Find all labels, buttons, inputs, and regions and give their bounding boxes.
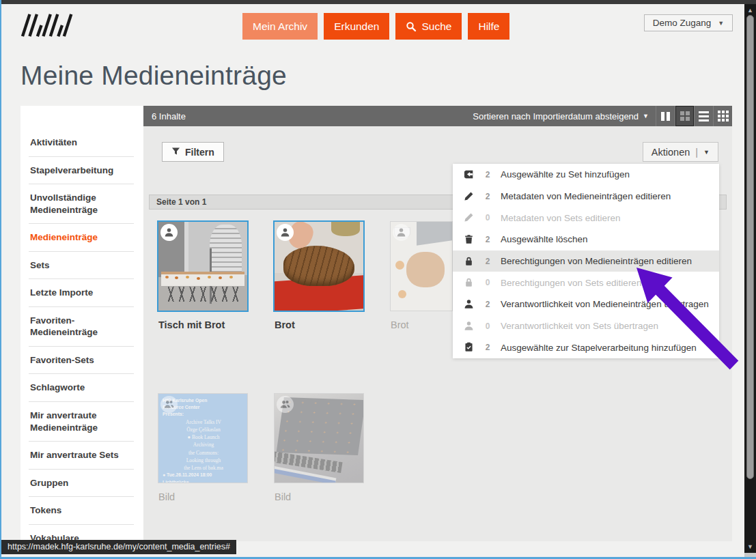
sidebar-item[interactable]: Schlagworte (29, 374, 134, 402)
menu-item[interactable]: 0 Verantwortlichkeit von Sets übertragen (453, 315, 719, 337)
media-entry-card: Brot (275, 222, 363, 330)
actions-dropdown-menu: 2 Ausgewählte zu Set hinzufügen 2 Metada… (453, 164, 719, 358)
menu-item-label: Berechtigungen von Sets editieren (501, 278, 641, 288)
lock-icon (464, 256, 476, 267)
menu-item-label: Ausgewählte zur Stapelverarbeitung hinzu… (501, 343, 697, 353)
poster-text-line: Lichtbrücke (163, 479, 244, 483)
scroll-up-icon[interactable]: ▲ (744, 5, 756, 15)
account-label: Demo Zugang (653, 18, 712, 28)
sidebar-item-label: Aktivitäten (30, 137, 77, 147)
poster-text-line: Özge Çelikaslan (163, 426, 244, 433)
chevron-down-icon: ▼ (643, 113, 649, 119)
sort-dropdown[interactable]: Sortieren nach Importierdatum absteigend… (473, 111, 649, 121)
sidebar-item[interactable]: Unvollständige Medieneinträge (29, 184, 134, 224)
selection-count: 2 (481, 343, 494, 352)
menu-item[interactable]: 0 Metadaten von Sets editieren (453, 207, 719, 229)
poster-text-line: Archiving (163, 441, 244, 448)
filter-button[interactable]: Filtern (162, 142, 224, 162)
sidebar-item-label: Mir anvertraute Sets (30, 450, 119, 460)
person-badge-icon (160, 224, 178, 241)
sidebar-item[interactable]: Favoriten-Sets (29, 347, 134, 375)
entries-row: Tisch mit Brot Brot Brot (158, 222, 452, 330)
madek-app: Mein Archiv Erkunden Suche Hilfe Demo Zu… (1, 4, 744, 540)
entry-title[interactable]: Tisch mit Brot (158, 319, 247, 330)
entry-title[interactable]: Brot (275, 319, 363, 330)
nav-label: Mein Archiv (253, 20, 307, 33)
menu-item-label: Metadaten von Sets editieren (501, 213, 621, 223)
media-entry-card: Brot (391, 222, 452, 330)
sidebar-item[interactable]: Gruppen (29, 470, 134, 498)
thumbnail-image[interactable] (158, 222, 247, 311)
sidebar-item[interactable]: Aktivitäten (29, 129, 134, 157)
poster-text-line: the Lens of bak.ma (163, 464, 244, 472)
actions-label: Aktionen (652, 147, 690, 158)
sidebar-item[interactable]: Stapelverarbeitung (29, 157, 134, 185)
results-count: 6 Inhalte (143, 111, 186, 121)
sidebar-item[interactable]: Letzte Importe (29, 279, 134, 307)
thumbs-view-icon[interactable] (713, 106, 732, 126)
poster-text-line: Presents: (163, 411, 244, 418)
sidebar-item[interactable]: Mir anvertraute Sets (29, 442, 134, 470)
results-toolbar: Filtern Aktionen | ▼ (143, 142, 732, 162)
menu-item[interactable]: 0 Berechtigungen von Sets editieren (453, 272, 719, 293)
sidebar-item[interactable]: Favoriten-Medieneinträge (29, 307, 134, 347)
entry-title[interactable]: Brot (391, 319, 452, 330)
scroll-down-icon[interactable]: ▼ (744, 542, 756, 551)
clipboard-check-icon (464, 342, 476, 353)
sidebar-item-label: Letzte Importe (30, 287, 93, 298)
madek-logo[interactable] (20, 12, 76, 38)
menu-item[interactable]: 2 Metadaten von Medieneinträgen editiere… (453, 186, 719, 207)
view-switcher (656, 106, 732, 126)
scrollbar-thumb[interactable] (746, 15, 754, 479)
menu-item[interactable]: 2 Ausgewählte löschen (453, 229, 719, 250)
poster-text-line: Archive Talks IV (163, 418, 244, 426)
person-badge-icon (393, 224, 410, 241)
menu-item[interactable]: 2 Ausgewählte zur Stapelverarbeitung hin… (453, 337, 719, 359)
nav-suche[interactable]: Suche (395, 13, 462, 40)
results-header-bar: 6 Inhalte Sortieren nach Importierdatum … (143, 106, 732, 126)
menu-item[interactable]: 2 Berechtigungen von Medieneinträgen edi… (453, 250, 719, 272)
madek-logo-icon (20, 12, 76, 38)
page-title: Meine Medieneinträge (20, 61, 287, 91)
sidebar-item[interactable]: Tokens (29, 497, 134, 525)
pencil-icon (464, 212, 476, 223)
chevron-down-icon: ▼ (703, 149, 710, 156)
thumbnail-image[interactable] (275, 222, 363, 311)
trash-icon (464, 234, 476, 245)
list-view-icon[interactable] (694, 106, 713, 126)
sidebar-item[interactable]: Medieneinträge (29, 224, 134, 252)
poster-text-line: ● Book Launch (163, 433, 244, 441)
people-badge-icon (160, 396, 178, 413)
poster-text-line: ● Tue.26.11.2024 18:00 (163, 472, 244, 478)
thumbnail-image[interactable] (275, 394, 363, 483)
vertical-scrollbar[interactable]: ▲ ▼ (744, 4, 756, 553)
account-menu-button[interactable]: Demo Zugang ▼ (644, 14, 733, 31)
main-navigation: Mein Archiv Erkunden Suche Hilfe (242, 13, 509, 40)
filter-label: Filtern (185, 147, 214, 158)
menu-item[interactable]: 2 Verantwortlichkeit von Medieneinträgen… (453, 293, 719, 315)
thumbnail-image[interactable] (391, 222, 452, 311)
sidebar-item[interactable]: Sets (29, 252, 134, 280)
sort-label: Sortieren nach Importierdatum absteigend (473, 111, 639, 121)
selection-count: 2 (481, 170, 494, 180)
add-to-set-icon (464, 169, 476, 180)
nav-label: Erkunden (334, 20, 379, 33)
divider: | (695, 147, 698, 158)
entry-title[interactable]: Bild (158, 491, 247, 502)
nav-mein-archiv[interactable]: Mein Archiv (242, 13, 318, 40)
actions-button[interactable]: Aktionen | ▼ (643, 142, 718, 162)
selection-count: 0 (481, 213, 494, 223)
grid-view-icon[interactable] (675, 106, 694, 126)
sidebar-item-label: Stapelverarbeitung (30, 165, 113, 175)
menu-item[interactable]: 2 Ausgewählte zu Set hinzufügen (453, 164, 719, 186)
selection-count: 2 (481, 257, 494, 266)
sidebar-item[interactable]: Mir anvertraute Medieneinträge (29, 402, 134, 442)
thumbnail-image[interactable]: HfG Karlsruhe OpenResource CenterPresent… (158, 394, 247, 483)
nav-hilfe[interactable]: Hilfe (468, 13, 509, 40)
nav-erkunden[interactable]: Erkunden (324, 13, 389, 40)
people-badge-icon (277, 396, 294, 413)
entry-title[interactable]: Bild (275, 491, 363, 502)
columns-view-icon[interactable] (656, 106, 675, 126)
person-badge-icon (277, 224, 294, 241)
selection-count: 2 (481, 192, 494, 201)
